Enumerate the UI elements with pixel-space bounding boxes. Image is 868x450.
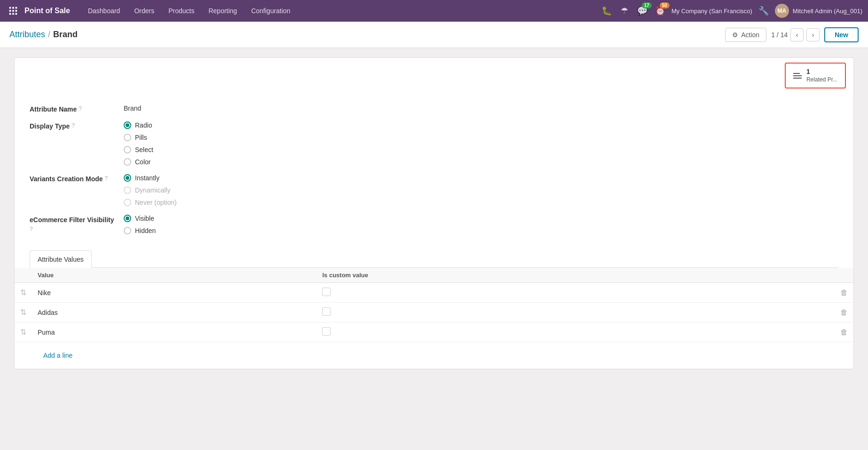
radio-circle xyxy=(124,199,131,206)
svg-rect-2 xyxy=(16,7,17,9)
custom-value-checkbox[interactable] xyxy=(322,327,331,336)
svg-rect-4 xyxy=(12,10,14,12)
drag-handle-icon[interactable]: ⇅ xyxy=(20,289,26,297)
display-type-radio[interactable]: Radio xyxy=(124,121,838,129)
nav-reporting[interactable]: Reporting xyxy=(202,4,244,17)
settings-icon[interactable]: 🔧 xyxy=(757,4,770,17)
add-line-row: Add a line xyxy=(15,342,853,369)
table-row: ⇅ Puma 🗑 xyxy=(15,322,853,342)
attribute-name-row: Attribute Name ? Brand xyxy=(30,104,838,113)
ecommerce-hidden-radio[interactable]: Hidden xyxy=(124,227,838,234)
breadcrumb-parent[interactable]: Attributes xyxy=(9,30,45,40)
value-cell: Adidas xyxy=(32,303,316,322)
radio-circle xyxy=(124,215,131,222)
ecommerce-radio-group: Visible Hidden xyxy=(124,215,838,234)
variants-dynamically-radio[interactable]: Dynamically xyxy=(124,186,838,194)
action-button[interactable]: ⚙ Action xyxy=(725,28,766,42)
col-custom-header: Is custom value xyxy=(316,268,835,283)
attribute-name-label: Attribute Name ? xyxy=(30,104,124,113)
ecommerce-visible-radio[interactable]: Visible xyxy=(124,215,838,222)
ecommerce-filter-options: Visible Hidden xyxy=(124,215,838,234)
bug-icon[interactable]: 🐛 xyxy=(600,4,613,17)
action-label: Action xyxy=(741,31,759,39)
avatar: MA xyxy=(775,4,789,18)
table-row: ⇅ Nike 🗑 xyxy=(15,283,853,303)
display-type-radio-group: Radio Pills Select Color xyxy=(124,121,838,166)
ecommerce-filter-row: eCommerce Filter Visibility ? Visible Hi… xyxy=(30,215,838,234)
ecommerce-filter-label: eCommerce Filter Visibility ? xyxy=(30,215,124,233)
pager-prev-button[interactable]: ‹ xyxy=(790,28,804,41)
drag-handle-icon[interactable]: ⇅ xyxy=(20,308,26,316)
pager-next-button[interactable]: › xyxy=(806,28,820,41)
attribute-name-help[interactable]: ? xyxy=(79,105,82,112)
related-count: 1 xyxy=(806,67,837,76)
new-button[interactable]: New xyxy=(824,27,859,42)
pager: 1 / 14 ‹ › xyxy=(771,28,820,41)
display-select-radio[interactable]: Select xyxy=(124,146,838,153)
svg-rect-8 xyxy=(16,13,17,15)
variants-instantly-radio[interactable]: Instantly xyxy=(124,174,838,182)
app-title: Point of Sale xyxy=(24,7,70,15)
nav-dashboard[interactable]: Dashboard xyxy=(81,4,127,17)
nav-orders[interactable]: Orders xyxy=(127,4,161,17)
svg-rect-0 xyxy=(9,7,11,9)
toolbar-right: ⚙ Action 1 / 14 ‹ › New xyxy=(725,27,859,42)
topnav-right: 🐛 ☂ 💬 17 ⏰ 50 My Company (San Francisco)… xyxy=(600,4,862,18)
display-color-radio[interactable]: Color xyxy=(124,158,838,166)
variants-mode-row: Variants Creation Mode ? Instantly Dynam… xyxy=(30,174,838,206)
value-cell: Puma xyxy=(32,322,316,342)
user-menu[interactable]: MA Mitchell Admin (Aug_001) xyxy=(775,4,862,18)
display-type-help[interactable]: ? xyxy=(71,122,75,129)
delete-row-button[interactable]: 🗑 xyxy=(840,308,848,317)
table-row: ⇅ Adidas 🗑 xyxy=(15,303,853,322)
col-value-header: Value xyxy=(32,268,316,283)
variants-mode-help[interactable]: ? xyxy=(105,175,108,182)
col-actions xyxy=(835,268,853,283)
custom-value-checkbox[interactable] xyxy=(322,288,331,296)
add-line-button[interactable]: Add a line xyxy=(38,347,78,364)
delete-row-button[interactable]: 🗑 xyxy=(840,289,848,297)
tabs-container: Attribute Values xyxy=(15,250,853,268)
support-icon[interactable]: ☂ xyxy=(618,4,631,17)
variants-mode-options: Instantly Dynamically Never (option) xyxy=(124,174,838,206)
svg-rect-6 xyxy=(9,13,11,15)
user-name: Mitchell Admin (Aug_001) xyxy=(793,8,862,15)
company-name: My Company (San Francisco) xyxy=(671,8,752,15)
list-icon xyxy=(793,73,802,79)
display-pills-radio[interactable]: Pills xyxy=(124,134,838,141)
radio-circle xyxy=(124,121,131,129)
radio-circle xyxy=(124,134,131,141)
activity-badge: 50 xyxy=(660,2,670,8)
ecommerce-filter-help[interactable]: ? xyxy=(30,226,33,233)
svg-rect-1 xyxy=(12,7,14,9)
chat-badge: 17 xyxy=(642,2,652,8)
topnav: Point of Sale Dashboard Orders Products … xyxy=(0,0,868,22)
nav-configuration[interactable]: Configuration xyxy=(245,4,297,17)
variants-radio-group: Instantly Dynamically Never (option) xyxy=(124,174,838,206)
company-selector[interactable]: My Company (San Francisco) xyxy=(671,8,752,15)
attribute-name-value: Brand xyxy=(124,104,838,112)
apps-menu-button[interactable] xyxy=(6,3,21,18)
related-label: Related Pr... xyxy=(806,76,837,83)
content-area: 1 Related Pr... Attribute Name ? Brand xyxy=(0,48,868,379)
custom-value-checkbox[interactable] xyxy=(322,307,331,316)
tab-list: Attribute Values xyxy=(30,250,838,268)
radio-circle xyxy=(124,158,131,166)
tab-attribute-values[interactable]: Attribute Values xyxy=(30,250,92,268)
breadcrumb-separator: / xyxy=(48,30,50,40)
variants-never-radio[interactable]: Never (option) xyxy=(124,199,838,206)
form-body: Attribute Name ? Brand Display Type ? xyxy=(15,93,853,250)
svg-rect-5 xyxy=(16,10,17,12)
radio-circle xyxy=(124,186,131,194)
pager-info: 1 / 14 xyxy=(771,31,788,39)
delete-row-button[interactable]: 🗑 xyxy=(840,328,848,337)
nav-products[interactable]: Products xyxy=(162,4,201,17)
svg-rect-3 xyxy=(9,10,11,12)
related-products-section: 1 Related Pr... xyxy=(15,58,853,93)
breadcrumb-current: Brand xyxy=(53,30,78,40)
activity-icon[interactable]: ⏰ 50 xyxy=(654,4,667,17)
chat-icon[interactable]: 💬 17 xyxy=(636,4,649,17)
svg-rect-7 xyxy=(12,13,14,15)
related-products-button[interactable]: 1 Related Pr... xyxy=(785,63,846,88)
drag-handle-icon[interactable]: ⇅ xyxy=(20,328,26,336)
